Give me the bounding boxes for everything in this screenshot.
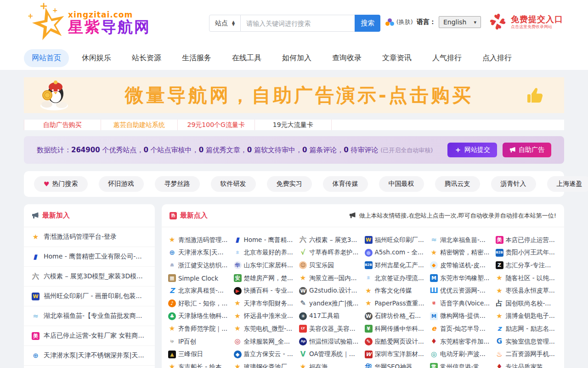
grid-link[interactable]: ☺贝宝乐园 xyxy=(299,259,362,272)
grid-link[interactable]: hp恒温恒湿试验箱... xyxy=(299,335,362,348)
grid-link[interactable]: 华华网SEO神器 xyxy=(365,361,427,368)
grid-link[interactable]: 安楚雄房产网，楚... xyxy=(234,272,296,285)
hot-search-tag[interactable]: 体育传媒 xyxy=(323,176,368,192)
grid-link[interactable]: WG2studio.设计... xyxy=(299,284,362,297)
site-logo[interactable]: + + + xingzitai.com 星紫导航网 xyxy=(27,1,151,45)
list-item[interactable]: W福州旺众印刷厂 - 画册印刷,包装... xyxy=(24,287,155,306)
list-item[interactable]: ⊕天津潜水泵|天津不锈钢深井泵|天... xyxy=(24,346,155,366)
grid-link[interactable]: ★青湉激活码管理... xyxy=(168,234,231,247)
nav-item[interactable]: 生活服务 xyxy=(174,49,219,67)
nav-item[interactable]: 文章资讯 xyxy=(374,49,419,67)
nav-item[interactable]: 如何加入 xyxy=(274,49,319,67)
nav-item[interactable]: 点入排行 xyxy=(475,49,520,67)
grid-link[interactable]: ★东吉船长 - 给本... xyxy=(168,361,231,368)
nav-item[interactable]: 网站首页 xyxy=(24,49,69,67)
promo-link[interactable]: 自助广告购买 xyxy=(24,120,101,130)
grid-link[interactable]: √寸草春晖养老护... xyxy=(299,247,362,259)
grid-link[interactable]: ipIP百创 xyxy=(168,335,231,348)
grid-link[interactable]: VOA管理系统｜... xyxy=(299,348,362,361)
grid-link[interactable]: ★玻璃钢化粪池厂... xyxy=(234,361,296,368)
list-item[interactable]: 美本店已停止运营-女鞋厂家 女鞋商... xyxy=(24,326,155,346)
grid-link[interactable]: ★枣强县永恒皮草... xyxy=(496,284,558,297)
skin-palette-icon[interactable] xyxy=(385,18,395,26)
grid-link[interactable]: ¥科网传播中华科... xyxy=(365,322,427,335)
grid-link[interactable]: 华山东华汇家居科... xyxy=(234,259,296,272)
promo-link[interactable]: 29元100个G流量卡 xyxy=(178,120,255,130)
grid-link[interactable]: Z志汇分享-专注... xyxy=(496,259,558,272)
nav-item[interactable]: 查询收录 xyxy=(324,49,369,67)
grid-link[interactable]: ✳417工具箱 xyxy=(299,310,362,323)
search-category-select[interactable]: 站点 ▲▼ xyxy=(209,15,241,32)
grid-link[interactable]: ✎yandex推广|俄... xyxy=(299,297,362,310)
self-ad-button[interactable]: 自助广告 xyxy=(503,143,551,157)
grid-link[interactable]: W深圳市宝洋新材... xyxy=(365,348,427,361)
grid-link[interactable]: 语语音字典(Voice... xyxy=(430,297,492,310)
grid-link[interactable]: ★PaperPass查重... xyxy=(365,297,427,310)
search-button[interactable]: 搜索 xyxy=(355,15,380,32)
grid-link[interactable]: ★福在海 xyxy=(299,361,362,368)
grid-link[interactable]: ♨二百资源网手机... xyxy=(496,348,558,361)
promo-link[interactable]: 19元大流量卡 xyxy=(255,120,332,130)
grid-link[interactable]: ✎应酷爱网页设计... xyxy=(365,335,427,348)
hot-search-title-tag[interactable]: ♥热门搜索 xyxy=(34,176,88,192)
nav-item[interactable]: 站长资源 xyxy=(124,49,169,67)
grid-link[interactable]: ★东莞电机_微型-... xyxy=(234,322,296,335)
hot-search-tag[interactable]: 怀旧游戏 xyxy=(99,176,144,192)
hot-search-tag[interactable]: 免费实习 xyxy=(267,176,312,192)
grid-link[interactable]: ★作客文化传媒 xyxy=(365,284,427,297)
grid-link[interactable]: W石牌坊价格_石... xyxy=(365,310,427,323)
skin-link[interactable]: (换肤) xyxy=(396,18,413,26)
grid-link[interactable]: M微构网络-提供... xyxy=(430,310,492,323)
grid-link[interactable]: ●A5sh.com - 全... xyxy=(365,247,427,259)
grid-link[interactable]: z励志网 - 励志名... xyxy=(496,322,558,335)
grid-link[interactable]: ◎电动牙刷-声波... xyxy=(430,348,492,361)
nav-item[interactable]: 在线工具 xyxy=(224,49,269,67)
grid-link[interactable]: ≈湖北幸福鱼苗-... xyxy=(430,234,492,247)
grid-link[interactable]: ⊕天津潜水泵|天... xyxy=(168,247,231,259)
promo-link[interactable]: 蕙芸自助建站系统 xyxy=(101,120,178,130)
grid-link[interactable]: 京北京签证办理流... xyxy=(365,272,427,285)
search-input[interactable] xyxy=(241,15,355,32)
list-item[interactable]: ★青湉激活码管理平台-登录 xyxy=(24,227,155,247)
grid-link[interactable]: M东莞市华鸿橡塑... xyxy=(430,272,492,285)
hot-search-tag[interactable]: 腾讯云支 xyxy=(435,176,480,192)
grid-link[interactable]: 品浙江健安达纺织... xyxy=(168,259,231,272)
grid-link[interactable]: ▲三峰假日 xyxy=(168,348,231,361)
hot-search-tag[interactable]: 寻梦丝路 xyxy=(155,176,200,192)
site-submit-button[interactable]: ＋ 网站提交 xyxy=(447,143,497,157)
grid-link[interactable]: 占国创联尚名校-... xyxy=(496,297,558,310)
grid-link[interactable]: LY美容仪器_美容... xyxy=(299,322,362,335)
grid-link[interactable]: W福州旺众印刷厂... xyxy=(365,234,427,247)
hot-search-tag[interactable]: 沥青针入 xyxy=(491,176,536,192)
hot-search-tag[interactable]: 上海遂盈 xyxy=(547,176,588,192)
hot-search-tag[interactable]: 软件研发 xyxy=(211,176,256,192)
grid-link[interactable]: ★精密钢管，精密... xyxy=(430,247,492,259)
grid-link[interactable]: Ш优优云资源网-... xyxy=(430,284,492,297)
grid-link[interactable]: Z北京家具租赁-... xyxy=(168,284,231,297)
grid-link[interactable]: ▮Home - 鹰普精... xyxy=(234,234,296,247)
grid-link[interactable]: ★随客社区 - 以纯... xyxy=(496,272,558,285)
grid-link[interactable]: ♣天津脉络生物科... xyxy=(168,310,231,323)
list-item[interactable]: ≈湖北幸福鱼苗-【专业鱼苗批发商... xyxy=(24,306,155,326)
grid-link[interactable]: B2B贵阳小河王武年... xyxy=(496,247,558,259)
language-select[interactable]: English ▾ xyxy=(439,16,481,28)
grid-link[interactable]: ▶快播百科 - 专业... xyxy=(234,284,296,297)
grid-link[interactable]: ♦专注品质家装 xyxy=(496,361,558,368)
grid-link[interactable]: ★齐鲁师范学院｜... xyxy=(168,322,231,335)
grid-link[interactable]: G实验室信息管理... xyxy=(496,335,558,348)
list-item[interactable]: ▮Home - 鹰普精密工业有限公司-... xyxy=(24,247,155,267)
banner-ad[interactable]: 微量导航网，自助广告演示-点击购买 xyxy=(24,77,564,113)
grid-link[interactable]: ♪好歌汇 - 知你，... xyxy=(168,297,231,310)
free-submit-entry[interactable]: ♥♥♥♥ 免费提交入口 点击这里免费收录网站 xyxy=(490,14,563,30)
grid-link[interactable]: e首页-灿芯半导... xyxy=(430,322,492,335)
grid-link[interactable]: ♦东莞精密零件加... xyxy=(430,335,492,348)
grid-link[interactable]: ◆皮带输送机-皮... xyxy=(430,259,492,272)
grid-link[interactable]: ◆盾立方保安云 - ... xyxy=(234,348,296,361)
grid-link[interactable]: ★淄博金钥匙电子... xyxy=(496,310,558,323)
grid-link[interactable]: ★淘景立画--国内... xyxy=(299,272,362,285)
grid-link[interactable]: B2B郑州吉星化工产... xyxy=(365,259,427,272)
hot-search-tag[interactable]: 中国最权 xyxy=(379,176,424,192)
nav-item[interactable]: 休闲娱乐 xyxy=(74,49,119,67)
grid-link[interactable]: ◎全球服装网_全... xyxy=(234,335,296,348)
grid-link[interactable]: 常常州信息港-常... xyxy=(430,361,492,368)
